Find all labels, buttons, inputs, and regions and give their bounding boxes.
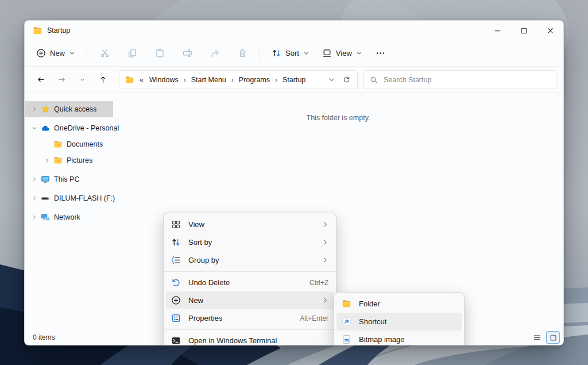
minimize-button[interactable] [484,21,510,40]
chevron-right-icon[interactable] [42,157,52,164]
search-input[interactable] [384,76,550,84]
copy-button[interactable] [121,44,144,62]
grid-icon [171,220,181,229]
breadcrumb-segment-start-menu[interactable]: Start Menu [190,74,227,86]
sidebar-item-onedrive-personal[interactable]: OneDrive - Personal [25,120,113,136]
titlebar[interactable]: Startup [25,21,563,40]
new-button[interactable]: New [30,44,81,62]
sidebar-item-label: This PC [54,175,79,183]
breadcrumb-segment-windows[interactable]: Windows [148,74,180,86]
breadcrumb-segment-startup[interactable]: Startup [281,74,307,86]
navigation-pane: Quick accessOneDrive - PersonalDocuments… [25,93,113,330]
menu-item-label: Properties [188,314,293,322]
sidebar-item-this-pc[interactable]: This PC [25,171,113,187]
context-item-undo-delete[interactable]: Undo DeleteCtrl+Z [166,274,334,291]
sort-button[interactable]: Sort [266,44,315,62]
submenu-item-bitmap-image[interactable]: Bitmap image [336,331,462,345]
menu-item-shortcut: Alt+Enter [300,314,328,322]
up-button[interactable] [94,71,112,89]
chevron-right-icon[interactable] [29,195,40,202]
sidebar-item-pictures[interactable]: Pictures [25,152,113,168]
icons-view-button[interactable] [546,331,560,344]
menu-item-shortcut: Ctrl+Z [310,279,328,287]
chevron-placeholder [42,141,52,148]
plus-circle-icon [171,295,181,305]
context-item-sort-by[interactable]: Sort by [166,233,334,251]
context-item-view[interactable]: View [166,216,334,233]
breadcrumb-overflow[interactable]: « [140,76,144,84]
chevron-right-icon[interactable] [29,106,40,113]
context-item-group-by[interactable]: Group by [166,251,334,269]
search-icon [370,76,378,84]
recent-locations-button[interactable] [73,71,91,89]
breadcrumb: Windows›Start Menu›Programs›Startup [148,74,307,86]
sort-button-label: Sort [285,49,299,57]
sidebar-item-network[interactable]: Network [25,209,113,225]
back-button[interactable] [32,71,50,89]
see-more-button[interactable] [369,44,392,62]
forward-button[interactable] [52,71,71,89]
chevron-down-icon [303,50,310,56]
paste-button[interactable] [148,44,171,62]
breadcrumb-segment-programs[interactable]: Programs [238,74,271,86]
toolbar-divider [87,47,87,60]
sort-icon [272,48,281,58]
rename-icon [183,48,192,58]
details-view-button[interactable] [530,331,544,344]
command-toolbar: New Sort View [25,40,563,67]
item-count: 0 items [33,333,55,341]
sidebar-item-label: Pictures [67,156,92,164]
plus-circle-icon [36,48,46,58]
menu-separator [164,329,336,330]
window-title: Startup [47,26,70,34]
context-item-open-in-windows-terminal[interactable]: Open in Windows Terminal [166,332,334,345]
cut-icon [100,48,110,58]
folder-icon [342,299,351,309]
rename-button[interactable] [176,44,199,62]
chevron-down-icon[interactable] [29,125,40,132]
sidebar-item-dilum-flash-f[interactable]: DILUM-FLASH (F:) [25,190,113,206]
refresh-button[interactable] [339,72,354,87]
context-item-new[interactable]: New [166,291,334,309]
menu-item-label: Sort by [188,238,315,247]
sidebar-item-label: Quick access [54,105,96,113]
folder-icon [33,26,42,36]
menu-item-label: Folder [359,299,457,308]
menu-item-label: Group by [188,256,315,264]
view-icon [322,48,332,58]
delete-button[interactable] [231,44,254,62]
sidebar-item-quick-access[interactable]: Quick access [25,101,113,117]
context-menu: ViewSort byGroup byUndo DeleteCtrl+ZNewP… [163,213,336,345]
network-icon [41,213,50,222]
sidebar-item-label: DILUM-FLASH (F:) [54,194,115,202]
file-explorer-window: Startup New [24,20,564,345]
sort-icon [171,237,181,247]
address-dropdown-button[interactable] [324,72,339,87]
view-button[interactable]: View [316,44,368,62]
submenu-item-shortcut[interactable]: Shortcut [336,313,462,331]
star-icon [41,105,50,114]
context-item-properties[interactable]: PropertiesAlt+Enter [166,309,334,327]
sidebar-item-label: OneDrive - Personal [54,124,119,132]
chevron-right-icon[interactable] [29,214,40,221]
cut-button[interactable] [93,44,116,62]
sidebar-item-label: Documents [67,140,103,148]
view-button-label: View [336,49,352,57]
folder-icon [53,140,63,149]
address-bar[interactable]: « Windows›Start Menu›Programs›Startup [119,70,358,89]
chevron-right-icon [322,257,328,263]
close-button[interactable] [537,21,563,40]
maximize-button[interactable] [510,21,537,40]
share-button[interactable] [203,44,226,62]
clipboard-buttons [93,44,254,62]
delete-icon [238,48,247,58]
sidebar-item-documents[interactable]: Documents [25,136,113,152]
chevron-down-icon [69,50,75,56]
submenu-item-folder[interactable]: Folder [336,295,462,313]
chevron-right-icon[interactable] [29,176,40,183]
copy-icon [127,48,137,58]
menu-item-label: View [188,220,315,229]
menu-item-label: Open in Windows Terminal [188,336,328,345]
terminal-icon [171,336,181,345]
group-by-icon [171,255,181,265]
